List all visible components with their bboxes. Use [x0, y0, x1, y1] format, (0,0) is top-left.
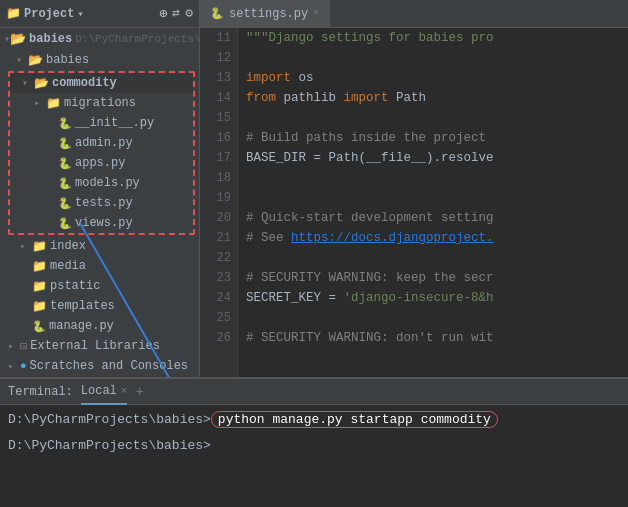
- commodity-folder[interactable]: ▾ 📂 commodity: [10, 73, 193, 93]
- terminal-prompt-2: D:\PyCharmProjects\babies>: [8, 438, 211, 453]
- migrations-arrow: ▸: [34, 97, 46, 109]
- index-arrow: ▸: [20, 240, 32, 252]
- templates-label: templates: [50, 299, 115, 313]
- code-editor: 11 12 13 14 15 16 17 18 19 20 21 22 23 2…: [200, 28, 628, 377]
- code-line-12: [246, 48, 620, 68]
- scratches-arrow: ▸: [8, 360, 20, 372]
- terminal-header: Terminal: Local × +: [0, 379, 628, 405]
- gear-icon[interactable]: ⚙: [185, 5, 193, 22]
- external-libs-item[interactable]: ▸ ⊟ External Libraries: [0, 336, 199, 356]
- babies-subfolder[interactable]: ▾ 📂 babies: [0, 50, 199, 70]
- tree-root[interactable]: ▾ 📂 babies D:\PyCharmProjects\babies: [0, 28, 199, 50]
- code-line-13: import os: [246, 68, 620, 88]
- app-container: 📁 Project ▾ ⊕ ⇄ ⚙ 🐍 settings.py ×: [0, 0, 628, 507]
- code-content: """Django settings for babies pro import…: [238, 28, 628, 377]
- apps-py-item[interactable]: 🐍 apps.py: [10, 153, 193, 173]
- pstatic-folder[interactable]: 📁 pstatic: [0, 276, 199, 296]
- add-icon[interactable]: ⊕: [159, 5, 167, 22]
- code-line-11: """Django settings for babies pro: [246, 28, 620, 48]
- views-py-label: views.py: [75, 216, 133, 230]
- code-line-17: BASE_DIR = Path(__file__).resolve: [246, 148, 620, 168]
- root-folder-icon: 📂: [10, 31, 26, 47]
- terminal-prompt-1: D:\PyCharmProjects\babies>: [8, 412, 211, 427]
- index-folder[interactable]: ▸ 📁 index: [0, 236, 199, 256]
- pstatic-folder-icon: 📁: [32, 279, 47, 294]
- admin-py-item[interactable]: 🐍 admin.py: [10, 133, 193, 153]
- tests-py-item[interactable]: 🐍 tests.py: [10, 193, 193, 213]
- code-line-23: # SECURITY WARNING: keep the secr: [246, 268, 620, 288]
- terminal-add-tab[interactable]: +: [135, 384, 143, 400]
- terminal-panel: Terminal: Local × + D:\PyCharmProjects\b…: [0, 377, 628, 507]
- code-line-22: [246, 248, 620, 268]
- admin-py-icon: 🐍: [58, 137, 72, 150]
- commodity-label: commodity: [52, 76, 117, 90]
- commodity-arrow: ▾: [22, 77, 34, 89]
- tests-py-label: tests.py: [75, 196, 133, 210]
- panel-icons: ⊕ ⇄ ⚙: [159, 5, 193, 22]
- admin-py-label: admin.py: [75, 136, 133, 150]
- external-arrow: ▸: [8, 340, 20, 352]
- settings-py-tab[interactable]: 🐍 settings.py ×: [200, 0, 330, 27]
- editor-content: 11 12 13 14 15 16 17 18 19 20 21 22 23 2…: [200, 28, 628, 377]
- media-folder-icon: 📁: [32, 259, 47, 274]
- project-panel-header: 📁 Project ▾ ⊕ ⇄ ⚙: [0, 0, 200, 27]
- tab-filename: settings.py: [229, 7, 308, 21]
- code-line-26: # SECURITY WARNING: don't run wit: [246, 328, 620, 348]
- transfer-icon[interactable]: ⇄: [172, 5, 180, 22]
- terminal-command: python manage.py startapp commodity: [211, 411, 498, 428]
- scratches-item[interactable]: ▸ ● Scratches and Consoles: [0, 356, 199, 376]
- tab-close-icon[interactable]: ×: [313, 8, 319, 19]
- external-libs-label: External Libraries: [30, 339, 160, 353]
- migrations-label: migrations: [64, 96, 136, 110]
- root-label: babies: [29, 32, 72, 46]
- project-panel-title: Project: [24, 7, 74, 21]
- models-py-icon: 🐍: [58, 177, 72, 190]
- manage-py-icon: 🐍: [32, 320, 46, 333]
- terminal-label: Terminal:: [8, 385, 73, 399]
- line-numbers: 11 12 13 14 15 16 17 18 19 20 21 22 23 2…: [200, 28, 238, 377]
- code-line-21: # See https://docs.djangoproject.: [246, 228, 620, 248]
- project-sidebar: ▾ 📂 babies D:\PyCharmProjects\babies ▾ 📂…: [0, 28, 200, 377]
- views-py-item[interactable]: 🐍 views.py: [10, 213, 193, 233]
- manage-py-item[interactable]: 🐍 manage.py: [0, 316, 199, 336]
- init-py-icon: 🐍: [58, 117, 72, 130]
- babies-arrow: ▾: [16, 54, 28, 66]
- main-content: ▾ 📂 babies D:\PyCharmProjects\babies ▾ 📂…: [0, 28, 628, 377]
- commodity-section: ▾ 📂 commodity ▸ 📁 migrations 🐍 __init__.…: [8, 71, 195, 235]
- migrations-folder-icon: 📁: [46, 96, 61, 111]
- terminal-line-1: D:\PyCharmProjects\babies>python manage.…: [8, 411, 620, 428]
- top-bar: 📁 Project ▾ ⊕ ⇄ ⚙ 🐍 settings.py ×: [0, 0, 628, 28]
- terminal-local-tab[interactable]: Local ×: [81, 379, 128, 405]
- babies-folder-icon: 📂: [28, 53, 43, 68]
- external-libs-icon: ⊟: [20, 339, 27, 354]
- commodity-folder-icon: 📂: [34, 76, 49, 91]
- apps-py-label: apps.py: [75, 156, 125, 170]
- terminal-line-2: D:\PyCharmProjects\babies>: [8, 438, 620, 453]
- models-py-item[interactable]: 🐍 models.py: [10, 173, 193, 193]
- code-line-14: from pathlib import Path: [246, 88, 620, 108]
- editor-tab-bar: 🐍 settings.py ×: [200, 0, 330, 27]
- code-line-16: # Build paths inside the project: [246, 128, 620, 148]
- templates-folder[interactable]: 📁 templates: [0, 296, 199, 316]
- code-line-25: [246, 308, 620, 328]
- code-line-18: [246, 168, 620, 188]
- init-py-item[interactable]: 🐍 __init__.py: [10, 113, 193, 133]
- index-folder-icon: 📁: [32, 239, 47, 254]
- scratches-label: Scratches and Consoles: [30, 359, 188, 373]
- migrations-folder[interactable]: ▸ 📁 migrations: [10, 93, 193, 113]
- media-folder[interactable]: 📁 media: [0, 256, 199, 276]
- root-path: D:\PyCharmProjects\babies: [75, 33, 200, 45]
- templates-folder-icon: 📁: [32, 299, 47, 314]
- models-py-label: models.py: [75, 176, 140, 190]
- pstatic-label: pstatic: [50, 279, 100, 293]
- apps-py-icon: 🐍: [58, 157, 72, 170]
- terminal-body: D:\PyCharmProjects\babies>python manage.…: [0, 405, 628, 507]
- index-label: index: [50, 239, 86, 253]
- code-line-15: [246, 108, 620, 128]
- views-py-icon: 🐍: [58, 217, 72, 230]
- init-py-label: __init__.py: [75, 116, 154, 130]
- manage-py-label: manage.py: [49, 319, 114, 333]
- project-dropdown-icon[interactable]: ▾: [77, 8, 83, 20]
- folder-icon: 📁: [6, 6, 21, 21]
- terminal-tab-close[interactable]: ×: [121, 385, 128, 397]
